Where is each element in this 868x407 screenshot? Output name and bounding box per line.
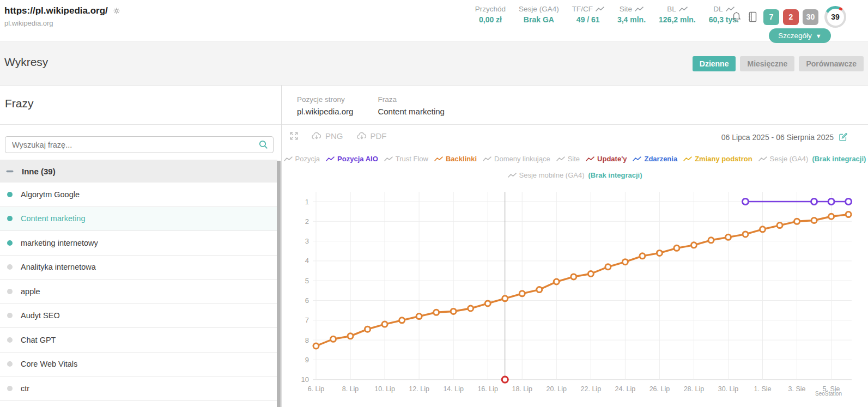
phrase-label: Content marketing [21, 214, 85, 223]
counter-badge[interactable]: 7 [763, 9, 779, 25]
details-button[interactable]: Szczegóły ▼ [769, 28, 831, 43]
phrase-list-item[interactable]: ctr [0, 376, 277, 401]
date-range-picker[interactable]: 06 Lipca 2025 - 06 Sierpnia 2025 [721, 132, 848, 142]
svg-text:20. Lip: 20. Lip [547, 385, 567, 393]
phrase-search [5, 136, 274, 153]
svg-text:10. Lip: 10. Lip [374, 385, 395, 393]
sparkline-icon [384, 156, 393, 162]
sparkline-icon [326, 156, 335, 162]
bell-icon[interactable] [731, 11, 742, 23]
phrase-list-item[interactable]: Algorytm Google [0, 183, 277, 207]
metric-tf-cf: TF/CF49 / 61 [572, 5, 604, 24]
phrase-status-dot-icon [7, 216, 13, 221]
view-button-por-wnawcze[interactable]: Porównawcze [799, 56, 864, 71]
collapse-minus-icon[interactable] [6, 170, 14, 173]
legend-suffix: (Brak integracji) [588, 171, 642, 179]
phrase-list-item[interactable]: marketing internetowy [0, 231, 277, 256]
counter-badge[interactable]: 30 [803, 9, 818, 25]
legend-label: Pozycja AIO [337, 155, 378, 163]
phrase-label: Chat GPT [21, 336, 56, 344]
svg-text:4: 4 [305, 257, 309, 265]
legend-label: Trust Flow [396, 155, 428, 163]
phrase-list-item[interactable]: apple [0, 280, 277, 304]
phrase-status-dot-icon [7, 240, 13, 246]
legend-item-sesje-ga4-[interactable]: Sesje (GA4)(Brak integracji) [758, 155, 866, 163]
phrase-group-inne[interactable]: Inne (39) [0, 160, 277, 183]
phrase-label: ctr [21, 384, 29, 393]
metric-label: DL [713, 5, 723, 13]
fullscreen-button[interactable] [290, 132, 298, 140]
svg-text:18. Lip: 18. Lip [512, 385, 532, 393]
legend-item-sesje-mobilne-ga4-[interactable]: Sesje mobilne (GA4)(Brak integracji) [508, 171, 642, 179]
badge-group: 7230 [763, 9, 818, 25]
chart-context: Pozycje strony pl.wikipedia.org Fraza Co… [297, 95, 445, 116]
sparkline-icon [683, 156, 692, 162]
sparkline-icon [284, 156, 293, 162]
phrase-status-dot-icon [7, 337, 13, 343]
legend-item-trust-flow[interactable]: Trust Flow [384, 155, 428, 163]
sidebar-title: Frazy [5, 97, 34, 110]
metric-value: Brak GA [524, 15, 554, 24]
metric-sesje-ga4-: Sesje (GA4)Brak GA [519, 5, 559, 24]
phrase-status-dot-icon [7, 264, 13, 270]
legend-item-zmiany-podstron[interactable]: Zmiany podstron [683, 155, 752, 163]
legend-item-pozycja[interactable]: Pozycja [284, 155, 320, 163]
sparkline-icon [679, 7, 688, 12]
view-button-miesi-czne[interactable]: Miesięczne [740, 56, 794, 71]
sparkline-icon [483, 156, 491, 162]
export-pdf-button[interactable]: PDF [356, 131, 387, 141]
phrase-list-item[interactable]: Audyt SEO [0, 304, 277, 329]
phrase-label: Algorytm Google [21, 190, 80, 199]
legend-item-pozycja-aio[interactable]: Pozycja AIO [326, 155, 378, 163]
notebook-icon[interactable] [748, 11, 757, 23]
phrase-list: Algorytm GoogleContent marketingmarketin… [0, 183, 277, 401]
phrase-list-item[interactable]: Chat GPT [0, 328, 277, 353]
svg-text:26. Lip: 26. Lip [650, 385, 670, 393]
edit-date-icon[interactable] [839, 132, 848, 142]
legend-item-zdarzenia[interactable]: Zdarzenia [633, 155, 677, 163]
sparkline-icon [596, 7, 604, 12]
phrase-status-dot-icon [7, 192, 13, 197]
sparkline-icon [758, 156, 767, 162]
phrase-info-label: Fraza [378, 95, 445, 104]
gear-icon[interactable] [113, 7, 120, 15]
legend-item-backlinki[interactable]: Backlinki [434, 155, 477, 163]
sidebar-scrollbar[interactable] [277, 161, 281, 407]
phrase-status-dot-icon [7, 289, 13, 294]
download-cloud-icon [356, 132, 367, 140]
phrase-label: Analityka internetowa [21, 263, 96, 271]
counter-badge[interactable]: 2 [783, 9, 799, 25]
site-url[interactable]: https://pl.wikipedia.org/ [4, 5, 108, 16]
search-icon[interactable] [259, 140, 268, 149]
phrase-list-item[interactable]: Content marketing [0, 207, 277, 232]
chart-grid: 123456789106. Lip8. Lip10. Lip12. Lip14.… [301, 192, 852, 393]
view-button-dzienne[interactable]: Dzienne [693, 56, 736, 71]
legend-label: Zdarzenia [644, 155, 677, 163]
legend-label: Domeny linkujące [494, 155, 550, 163]
event-marker-update-y [502, 376, 508, 382]
metric-site: Site3,4 mln. [617, 5, 646, 24]
svg-text:10: 10 [301, 375, 309, 384]
legend-item-site[interactable]: Site [556, 155, 580, 163]
svg-text:5: 5 [305, 277, 309, 285]
svg-text:16. Lip: 16. Lip [477, 385, 498, 393]
legend-item-update-y[interactable]: Update'y [586, 155, 627, 163]
score-ring[interactable]: 39 [824, 6, 846, 28]
svg-text:28. Lip: 28. Lip [684, 385, 705, 393]
legend-item-domeny-linkuj-ce[interactable]: Domeny linkujące [483, 155, 550, 163]
series-pozycja [313, 212, 851, 349]
site-domain: pl.wikipedia.org [4, 19, 120, 27]
sparkline-icon [434, 156, 443, 162]
phrase-label: marketing internetowy [21, 239, 98, 247]
metric-bl: BL126,2 mln. [659, 5, 696, 24]
search-input[interactable] [5, 136, 274, 153]
svg-text:1: 1 [305, 198, 309, 206]
svg-text:22. Lip: 22. Lip [581, 385, 602, 393]
phrase-list-item[interactable]: Analityka internetowa [0, 256, 277, 280]
phrase-list-item[interactable]: Core Web Vitals [0, 353, 277, 377]
phrase-label: Audyt SEO [21, 311, 60, 320]
page-title: Wykresy [4, 56, 48, 69]
score-ring-value: 39 [827, 9, 844, 26]
sparkline-icon [633, 156, 641, 162]
export-png-button[interactable]: PNG [311, 131, 343, 141]
